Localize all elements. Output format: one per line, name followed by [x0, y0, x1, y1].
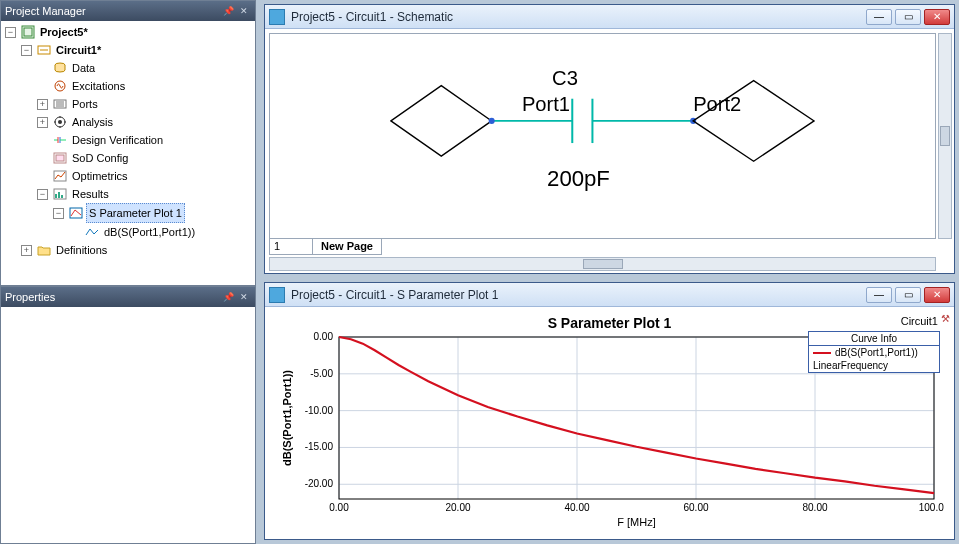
capacitor-label: C3 [552, 67, 578, 89]
schematic-titlebar[interactable]: Project5 - Circuit1 - Schematic — ▭ ✕ [265, 5, 954, 29]
plot-body: S Parameter Plot 1 Circuit1 ⚒ Curve Info… [265, 307, 954, 539]
close-icon[interactable]: ✕ [237, 4, 251, 18]
project-manager-header: Project Manager 📌 ✕ [1, 1, 255, 21]
tree-toggle[interactable]: − [21, 45, 32, 56]
results-icon [52, 186, 68, 202]
vertical-scrollbar[interactable] [938, 33, 952, 239]
svg-point-11 [58, 120, 62, 124]
schematic-window: Project5 - Circuit1 - Schematic — ▭ ✕ [264, 4, 955, 274]
tree-toggle[interactable]: + [37, 99, 48, 110]
data-icon [52, 60, 68, 76]
panel-title: Project Manager [5, 5, 219, 17]
tree-item-definitions[interactable]: Definitions [54, 241, 109, 259]
port1-label: Port1 [522, 93, 570, 115]
properties-header: Properties 📌 ✕ [1, 287, 255, 307]
maximize-button[interactable]: ▭ [895, 9, 921, 25]
svg-text:-5.00: -5.00 [310, 368, 333, 379]
optimetrics-icon [52, 168, 68, 184]
tree-item-s-parameter-plot[interactable]: S Parameter Plot 1 [86, 203, 185, 223]
svg-text:0.00: 0.00 [329, 502, 349, 513]
excitations-icon [52, 78, 68, 94]
scrollbar-thumb[interactable] [940, 126, 950, 146]
minimize-button[interactable]: — [866, 287, 892, 303]
plot-legend[interactable]: Curve Info dB(S(Port1,Port1)) LinearFreq… [808, 331, 940, 373]
capacitor-value: 200pF [547, 166, 610, 191]
sod-config-icon [52, 150, 68, 166]
horizontal-scrollbar[interactable] [269, 257, 936, 271]
properties-panel: Properties 📌 ✕ [0, 286, 256, 544]
plot-title: S Parameter Plot 1 [275, 315, 944, 331]
svg-text:-20.00: -20.00 [305, 478, 334, 489]
folder-icon [36, 242, 52, 258]
tree-item-excitations[interactable]: Excitations [70, 77, 127, 95]
tree-item-analysis[interactable]: Analysis [70, 113, 115, 131]
ports-icon [52, 96, 68, 112]
circuit-icon [36, 42, 52, 58]
tree-toggle[interactable]: − [37, 189, 48, 200]
legend-item: dB(S(Port1,Port1)) [835, 347, 918, 358]
window-title: Project5 - Circuit1 - S Parameter Plot 1 [291, 288, 863, 302]
project-icon [20, 24, 36, 40]
tree-item-data[interactable]: Data [70, 59, 97, 77]
analysis-icon [52, 114, 68, 130]
tree-item-db-s[interactable]: dB(S(Port1,Port1)) [102, 223, 197, 241]
window-icon [269, 9, 285, 25]
svg-text:-15.00: -15.00 [305, 441, 334, 452]
design-verification-icon [52, 132, 68, 148]
tree-toggle[interactable]: − [53, 208, 64, 219]
port1-symbol[interactable] [391, 86, 492, 157]
svg-rect-26 [61, 195, 63, 198]
panel-title: Properties [5, 291, 219, 303]
window-title: Project5 - Circuit1 - Schematic [291, 10, 863, 24]
svg-text:60.00: 60.00 [683, 502, 708, 513]
plot-titlebar[interactable]: Project5 - Circuit1 - S Parameter Plot 1… [265, 283, 954, 307]
svg-text:0.00: 0.00 [314, 331, 334, 342]
tree-item-optimetrics[interactable]: Optimetrics [70, 167, 130, 185]
svg-rect-21 [56, 155, 64, 161]
legend-sub: LinearFrequency [813, 360, 888, 371]
node-dot [489, 118, 495, 124]
scrollbar-thumb[interactable] [583, 259, 623, 269]
new-page-tab[interactable]: New Page [312, 239, 382, 255]
schematic-body: C3 Port1 Port2 200pF 1 New Page [265, 29, 954, 273]
svg-text:-10.00: -10.00 [305, 405, 334, 416]
svg-text:100.00: 100.00 [919, 502, 944, 513]
schematic-canvas[interactable]: C3 Port1 Port2 200pF [269, 33, 936, 239]
project-tree[interactable]: − Project5* − Circuit1* Data [1, 21, 255, 285]
svg-rect-27 [70, 208, 82, 218]
svg-text:20.00: 20.00 [445, 502, 470, 513]
properties-body [1, 307, 255, 543]
pin-icon[interactable]: 📌 [221, 290, 235, 304]
tree-item-project[interactable]: Project5* [38, 23, 90, 41]
antenna-icon: ⚒ [941, 313, 950, 324]
close-icon[interactable]: ✕ [237, 290, 251, 304]
tree-item-sod-config[interactable]: SoD Config [70, 149, 130, 167]
tree-toggle[interactable]: + [37, 117, 48, 128]
port2-label: Port2 [693, 93, 741, 115]
tree-toggle[interactable]: + [21, 245, 32, 256]
project-manager-panel: Project Manager 📌 ✕ − Project5* − [0, 0, 256, 286]
svg-text:dB(S(Port1,Port1)): dB(S(Port1,Port1)) [281, 370, 293, 466]
tree-item-design-verification[interactable]: Design Verification [70, 131, 165, 149]
tree-item-ports[interactable]: Ports [70, 95, 100, 113]
svg-text:80.00: 80.00 [802, 502, 827, 513]
tree-item-circuit[interactable]: Circuit1* [54, 41, 103, 59]
svg-rect-25 [58, 192, 60, 198]
svg-rect-24 [55, 194, 57, 198]
pin-icon[interactable]: 📌 [221, 4, 235, 18]
plot-window: Project5 - Circuit1 - S Parameter Plot 1… [264, 282, 955, 540]
legend-swatch [813, 352, 831, 354]
svg-text:F [MHz]: F [MHz] [617, 516, 656, 528]
tree-item-results[interactable]: Results [70, 185, 111, 203]
close-button[interactable]: ✕ [924, 287, 950, 303]
maximize-button[interactable]: ▭ [895, 287, 921, 303]
trace-icon [84, 224, 100, 240]
plot-circuit-label: Circuit1 [901, 315, 938, 327]
close-button[interactable]: ✕ [924, 9, 950, 25]
window-icon [269, 287, 285, 303]
svg-text:40.00: 40.00 [564, 502, 589, 513]
tree-toggle[interactable]: − [5, 27, 16, 38]
plot-icon [68, 205, 84, 221]
page-number[interactable]: 1 [269, 239, 313, 255]
minimize-button[interactable]: — [866, 9, 892, 25]
